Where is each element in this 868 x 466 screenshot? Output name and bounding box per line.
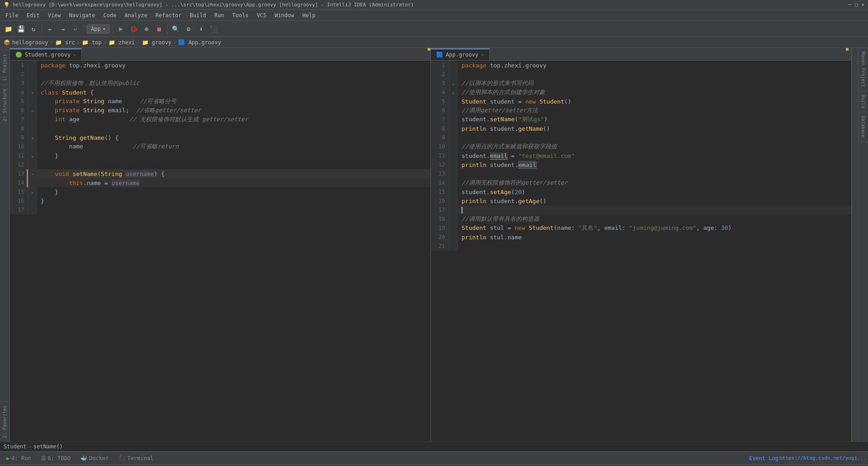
code-content-left[interactable]: 1 package top.zhexi.groovy 2 3 //不 bbox=[10, 61, 430, 442]
tab-close-app[interactable]: × bbox=[481, 52, 484, 57]
menu-build[interactable]: Build bbox=[186, 11, 210, 19]
line-content-l2 bbox=[37, 70, 430, 79]
tab-close-student[interactable]: × bbox=[73, 52, 76, 57]
line-gutter-l2 bbox=[28, 70, 37, 79]
event-log-link[interactable]: Event Log bbox=[749, 455, 778, 461]
line-gutter-r12 bbox=[449, 160, 458, 169]
tab-todo[interactable]: ☰ 6: TODO bbox=[37, 454, 75, 462]
toolbar-sync-icon[interactable]: ↻ bbox=[28, 24, 39, 34]
line-gutter-l3 bbox=[28, 79, 37, 88]
toolbar-save-icon[interactable]: 💾 bbox=[15, 24, 26, 34]
close-btn[interactable]: ✕ bbox=[861, 2, 864, 8]
line-num-l13: 13 bbox=[10, 169, 28, 178]
menu-window[interactable]: Window bbox=[271, 11, 297, 19]
tab-app-groovy[interactable]: 🟦 App.groovy × bbox=[431, 48, 490, 60]
settings-button[interactable]: ⚙ bbox=[183, 24, 194, 34]
line-num-r14: 14 bbox=[431, 178, 449, 187]
scrollbar-right[interactable] bbox=[852, 48, 858, 442]
line-gutter-l9: ▾ bbox=[28, 133, 37, 142]
code-line-r21: 21 bbox=[431, 242, 851, 251]
code-content-right[interactable]: 1 package top.zhexi.groovy 2 3 ▸ // bbox=[431, 61, 851, 442]
sidebar-structure-tab[interactable]: 2: Structure bbox=[0, 85, 9, 125]
line-gutter-r13 bbox=[449, 169, 458, 178]
line-num-l4: 4 bbox=[10, 88, 28, 97]
editor-tabs-left: 🟢 Student.groovy × bbox=[10, 48, 430, 61]
fold-r3[interactable]: ▸ bbox=[452, 81, 455, 86]
stop-button[interactable]: ■ bbox=[154, 24, 165, 34]
tab-docker[interactable]: 🐳 Docker bbox=[76, 454, 113, 462]
breadcrumb-zhexi[interactable]: 📁 zhexi bbox=[108, 39, 135, 46]
terminal-label: Terminal bbox=[127, 455, 154, 461]
url-link[interactable]: https://blog.csdn.net/yugi... bbox=[779, 455, 866, 461]
menu-file[interactable]: File bbox=[2, 11, 22, 19]
fold-l11[interactable]: ▸ bbox=[31, 154, 34, 159]
minimize-btn[interactable]: ─ bbox=[848, 2, 851, 8]
menu-tools[interactable]: Tools bbox=[229, 11, 252, 19]
debug-button[interactable]: 🐞 bbox=[128, 24, 139, 34]
toolbar-extra[interactable]: ⬛ bbox=[208, 24, 219, 34]
line-gutter-r18 bbox=[449, 214, 458, 223]
menu-analyze[interactable]: Analyze bbox=[121, 11, 151, 19]
menu-run[interactable]: Run bbox=[211, 11, 228, 19]
path-class[interactable]: Student bbox=[4, 443, 27, 450]
toolbar-forward-icon[interactable]: → bbox=[57, 24, 68, 34]
breadcrumb-hellogroovy[interactable]: hellogroovy bbox=[12, 39, 48, 46]
code-line-l8: 8 bbox=[10, 124, 430, 133]
build-tab[interactable]: Build bbox=[859, 91, 868, 112]
line-num-r1: 1 bbox=[431, 61, 449, 70]
run-with-coverage[interactable]: ⊕ bbox=[141, 24, 152, 34]
line-num-r4: 4 bbox=[431, 88, 449, 97]
line-num-r12: 12 bbox=[431, 160, 449, 169]
code-line-r16: 16 println student.getAge() bbox=[431, 196, 851, 205]
tab-run[interactable]: ▶ 4: Run bbox=[2, 454, 36, 462]
menu-refactor[interactable]: Refactor bbox=[152, 11, 185, 19]
menu-vcs[interactable]: VCS bbox=[253, 11, 270, 19]
main-layout: 1: Project 2: Structure 2: Favorites 🟢 S… bbox=[0, 48, 868, 442]
line-content-l1: package top.zhexi.groovy bbox=[37, 61, 430, 70]
breadcrumb: 📦 hellogroovy › 📁 src › 📁 top › 📁 zhexi … bbox=[0, 37, 868, 48]
code-line-l12: 12 bbox=[10, 160, 430, 169]
menu-code[interactable]: Code bbox=[100, 11, 120, 19]
toolbar-back-icon[interactable]: ← bbox=[45, 24, 56, 34]
fold-l15[interactable]: ▸ bbox=[31, 190, 34, 195]
toolbar-run-icon[interactable]: ↩ bbox=[70, 24, 81, 34]
line-gutter-r1 bbox=[449, 61, 458, 70]
line-gutter-l13: ▾ bbox=[28, 169, 37, 178]
fold-r4[interactable]: ▸ bbox=[452, 90, 455, 95]
line-num-l3: 3 bbox=[10, 79, 28, 88]
path-method[interactable]: setName() bbox=[33, 443, 63, 450]
menu-view[interactable]: View bbox=[44, 11, 65, 19]
tab-student-groovy[interactable]: 🟢 Student.groovy × bbox=[10, 48, 82, 60]
toolbar-project-icon[interactable]: 📁 bbox=[3, 24, 14, 34]
breadcrumb-groovy[interactable]: 📁 groovy bbox=[142, 39, 172, 46]
menu-navigate[interactable]: Navigate bbox=[66, 11, 99, 19]
line-gutter-l10 bbox=[28, 142, 37, 151]
database-tab[interactable]: Database bbox=[859, 112, 868, 142]
app-run-button[interactable]: App ▾ bbox=[87, 24, 110, 33]
run-button[interactable]: ▶ bbox=[116, 24, 127, 34]
update-button[interactable]: ⬇ bbox=[196, 24, 207, 34]
menu-help[interactable]: Help bbox=[299, 11, 319, 19]
menu-edit[interactable]: Edit bbox=[23, 11, 43, 19]
tab-terminal[interactable]: ⬛ Terminal bbox=[114, 454, 158, 462]
menu-bar: File Edit View Navigate Code Analyze Ref… bbox=[0, 10, 868, 21]
fold-l4[interactable]: ▾ bbox=[31, 90, 34, 95]
sidebar-project-tab[interactable]: 1: Project bbox=[0, 50, 9, 85]
breadcrumb-appgroovy[interactable]: 🟦 App.groovy bbox=[178, 39, 221, 46]
code-line-r14: 14 //调用无权限修饰符的getter/setter bbox=[431, 178, 851, 187]
maven-project-tab[interactable]: Maven Project bbox=[859, 48, 868, 91]
sidebar-favorites-tab[interactable]: 2: Favorites bbox=[0, 401, 9, 442]
title-bar: 💡 hellogroovy [D:\work\workspace\groovy\… bbox=[0, 0, 868, 10]
fold-l9[interactable]: ▾ bbox=[31, 136, 34, 141]
fold-l13[interactable]: ▾ bbox=[31, 172, 34, 177]
line-gutter-r8 bbox=[449, 124, 458, 133]
line-content-l13: void setName(String username) { bbox=[37, 169, 430, 178]
code-line-r17: 17 bbox=[431, 205, 851, 214]
breadcrumb-src[interactable]: 📁 src bbox=[55, 39, 75, 46]
search-everywhere[interactable]: 🔍 bbox=[170, 24, 181, 34]
path-bar: Student › setName() bbox=[0, 442, 868, 452]
line-num-r7: 7 bbox=[431, 115, 449, 124]
breadcrumb-top[interactable]: 📁 top bbox=[82, 39, 102, 46]
code-line-l17: 17 bbox=[10, 205, 430, 214]
maximize-btn[interactable]: □ bbox=[855, 2, 858, 8]
